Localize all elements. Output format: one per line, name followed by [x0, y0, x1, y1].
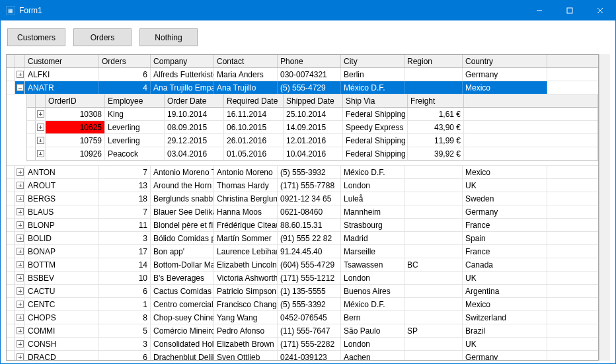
grid-body[interactable]: ALFKI6Alfreds FutterkisteMaria Anders030…	[7, 68, 598, 360]
table-row[interactable]: BLAUS7Blauer See DelikatHanna Moos0621-0…	[7, 205, 598, 219]
cell-region	[404, 81, 463, 94]
table-row[interactable]: BLONP11Blondel père et filsFrédérique Ci…	[7, 219, 598, 232]
child-table-row[interactable]: 10308King19.10.201416.11.201425.10.2014F…	[27, 108, 597, 121]
table-row[interactable]: CHOPS8Chop-suey ChineseYang Wang0452-076…	[7, 311, 598, 324]
data-grid[interactable]: Customer Orders Company Contact Phone Ci…	[6, 54, 599, 361]
expand-toggle[interactable]	[15, 298, 25, 310]
cell-contact: Victoria Ashworth	[214, 272, 278, 284]
expand-toggle[interactable]	[15, 68, 25, 81]
col-region[interactable]: Region	[404, 55, 463, 67]
child-table-row[interactable]: 10926Peacock03.04.201601.05.201610.04.20…	[27, 147, 597, 161]
col-customer[interactable]: Customer	[25, 55, 99, 67]
plus-icon	[17, 195, 24, 202]
cell-country: Canada	[463, 258, 547, 271]
cell-shipvia: Federal Shipping	[343, 134, 408, 147]
child-col-freight[interactable]: Freight	[408, 94, 464, 107]
cell-freight: 43,90 €	[408, 121, 464, 133]
expand-toggle[interactable]	[15, 166, 25, 178]
cell-orders: 8	[99, 311, 151, 324]
child-col-orderid[interactable]: OrderID	[46, 94, 105, 107]
table-row[interactable]: ALFKI6Alfreds FutterkisteMaria Anders030…	[7, 68, 598, 81]
table-row[interactable]: CENTC1Centro comercial MFrancisco Chang(…	[7, 298, 598, 311]
cell-region	[404, 232, 463, 244]
cell-company: Centro comercial M	[151, 298, 214, 310]
cell-company: B's Beverages	[151, 272, 214, 284]
close-button[interactable]	[585, 1, 615, 20]
cell-requireddate: 16.11.2014	[224, 108, 284, 120]
table-row[interactable]: COMMI5Comércio MineiroPedro Afonso(11) 5…	[7, 324, 598, 338]
table-row[interactable]: BSBEV10B's BeveragesVictoria Ashworth(17…	[7, 272, 598, 285]
expand-toggle[interactable]	[15, 324, 25, 337]
cell-orderdate: 03.04.2016	[165, 147, 224, 160]
table-row[interactable]: BOLID3Bólido Comidas preMartín Sommer(91…	[7, 232, 598, 245]
table-row[interactable]: BONAP17Bon app'Laurence Lebihan91.24.45.…	[7, 245, 598, 258]
nothing-button[interactable]: Nothing	[139, 28, 198, 46]
expand-toggle[interactable]	[15, 338, 25, 350]
cell-orders: 6	[99, 68, 151, 81]
cell-requireddate: 01.05.2016	[224, 147, 284, 160]
cell-region	[404, 245, 463, 258]
col-company[interactable]: Company	[151, 55, 214, 67]
maximize-button[interactable]	[555, 1, 585, 20]
cell-region	[404, 192, 463, 205]
col-phone[interactable]: Phone	[278, 55, 341, 67]
expand-toggle[interactable]	[15, 192, 25, 205]
child-col-orderdate[interactable]: Order Date	[165, 94, 224, 107]
vertical-scrollbar[interactable]	[599, 54, 610, 361]
cell-phone: 0241-039123	[278, 351, 341, 360]
expand-toggle[interactable]	[15, 81, 25, 94]
cell-phone: 0621-08460	[278, 205, 341, 218]
expand-toggle[interactable]	[15, 232, 25, 244]
table-row[interactable]: AROUT13Around the HornThomas Hardy(171) …	[7, 179, 598, 192]
cell-region	[404, 272, 463, 284]
child-expand-toggle[interactable]	[36, 147, 46, 160]
expand-toggle[interactable]	[15, 258, 25, 271]
child-table-row[interactable]: 10759Leverling29.12.201526.01.201612.01.…	[27, 134, 597, 147]
col-orders[interactable]: Orders	[99, 55, 151, 67]
cell-customer: ALFKI	[25, 68, 99, 81]
cell-country: UK	[463, 272, 547, 284]
cell-city: Buenos Aires	[341, 285, 404, 297]
row-gutter	[7, 179, 15, 192]
child-expand-toggle[interactable]	[36, 108, 46, 120]
child-grid[interactable]: OrderID Employee Order Date Required Dat…	[26, 94, 598, 161]
col-country[interactable]: Country	[463, 55, 547, 67]
child-col-shipvia[interactable]: Ship Via	[343, 94, 408, 107]
table-row[interactable]: DRACD6Drachenblut DelikaSven Ottlieb0241…	[7, 351, 598, 360]
table-row[interactable]: ANTON7Antonio Moreno TaAntonio Moreno(5)…	[7, 166, 598, 179]
orders-button[interactable]: Orders	[73, 28, 132, 46]
col-city[interactable]: City	[341, 55, 404, 67]
cell-shipvia: Speedy Express	[343, 121, 408, 133]
cell-orderdate: 29.12.2015	[165, 134, 224, 147]
minimize-button[interactable]	[524, 1, 555, 20]
expand-toggle[interactable]	[15, 245, 25, 258]
table-row[interactable]: CONSH3Consolidated HoldiElizabeth Brown(…	[7, 338, 598, 351]
cell-company: Bottom-Dollar Mark	[151, 258, 214, 271]
expand-toggle[interactable]	[15, 179, 25, 192]
expand-toggle[interactable]	[15, 351, 25, 360]
cell-orderid: 10759	[46, 134, 105, 147]
child-expand-toggle[interactable]	[36, 121, 46, 133]
table-row[interactable]: BERGS18Berglunds snabbköChristina Berglu…	[7, 192, 598, 205]
expand-toggle[interactable]	[15, 311, 25, 324]
expand-toggle[interactable]	[15, 285, 25, 297]
table-row[interactable]: BOTTM14Bottom-Dollar MarkElizabeth Linco…	[7, 258, 598, 272]
grid-header: Customer Orders Company Contact Phone Ci…	[7, 55, 598, 68]
table-row[interactable]: CACTU6Cactus Comidas paPatricio Simpson(…	[7, 285, 598, 298]
cell-orders: 5	[99, 324, 151, 337]
expand-toggle[interactable]	[15, 272, 25, 284]
plus-icon	[37, 137, 44, 144]
expand-toggle[interactable]	[15, 219, 25, 231]
cell-phone: (5) 555-4729	[278, 81, 341, 94]
col-contact[interactable]: Contact	[214, 55, 278, 67]
cell-region: BC	[404, 258, 463, 271]
child-table-row[interactable]: 10625Leverling08.09.201506.10.201514.09.…	[27, 121, 597, 134]
row-gutter	[7, 324, 15, 337]
child-col-requireddate[interactable]: Required Date	[224, 94, 284, 107]
table-row[interactable]: ANATR4Ana Trujillo EmpareAna Trujillo(5)…	[7, 81, 598, 94]
customers-button[interactable]: Customers	[7, 28, 65, 46]
child-col-shippeddate[interactable]: Shipped Date	[284, 94, 343, 107]
expand-toggle[interactable]	[15, 205, 25, 218]
child-col-employee[interactable]: Employee	[105, 94, 165, 107]
child-expand-toggle[interactable]	[36, 134, 46, 147]
